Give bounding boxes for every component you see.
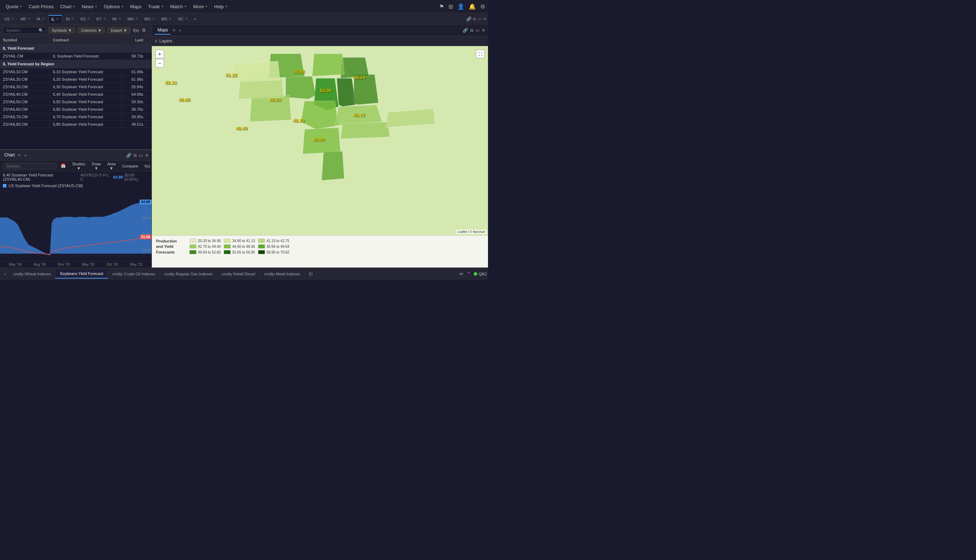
tab-US-close[interactable]: ✕ xyxy=(11,17,14,21)
link-icon[interactable]: 🔗 xyxy=(466,17,472,22)
tab-IN[interactable]: IN ✕ xyxy=(63,15,77,22)
chart-popout-icon[interactable]: ⧉ xyxy=(133,153,137,158)
columns-button[interactable]: Columns ▼ xyxy=(78,27,105,33)
minimize-icon[interactable]: ▭ xyxy=(478,17,482,22)
chart-close-button[interactable]: ✕ xyxy=(18,153,21,158)
table-row[interactable]: ZSYAIL80.CM IL80 Soybean Yield Forecast … xyxy=(0,121,152,128)
maps-panel: Maps ✕ + 🔗 ⧉ ▭ ✕ ≡ Layers xyxy=(152,25,488,268)
nav-quote[interactable]: Quote ▼ xyxy=(3,2,25,11)
export-button[interactable]: Export ▼ xyxy=(108,27,130,33)
chart-studies-button[interactable]: Studies ▼ xyxy=(70,161,88,171)
bottom-tab-el[interactable]: El xyxy=(305,270,317,278)
table-row[interactable]: ZSYAIL70.CM IL70 Soybean Yield Forecast … xyxy=(0,113,152,121)
tab-KS-close[interactable]: ✕ xyxy=(87,17,90,21)
nav-more[interactable]: More ▼ xyxy=(190,2,211,11)
chart-add-button[interactable]: + xyxy=(24,152,27,158)
table-row[interactable]: ZSYAIL20.CM IL20 Soybean Yield Forecast … xyxy=(0,76,152,83)
chart-fx-button[interactable]: f(x) xyxy=(143,163,153,169)
tab-KY[interactable]: KY ✕ xyxy=(93,15,109,22)
fullscreen-button[interactable]: ⛶ xyxy=(476,50,484,58)
zoom-out-button[interactable]: − xyxy=(155,59,164,68)
tab-MN-close[interactable]: ✕ xyxy=(135,17,138,21)
tab-IL[interactable]: IL ✕ xyxy=(48,15,62,23)
nav-news[interactable]: News ▼ xyxy=(79,2,100,11)
tab-MS-close[interactable]: ✕ xyxy=(169,17,172,21)
tab-MS[interactable]: MS ✕ xyxy=(158,15,175,22)
chart-calendar-button[interactable]: 📅 xyxy=(58,163,68,169)
table-row[interactable]: ZSYAIL60.CM IL60 Soybean Yield Forecast … xyxy=(0,106,152,113)
tab-MO[interactable]: MO ✕ xyxy=(142,15,158,22)
tab-MO-close[interactable]: ✕ xyxy=(152,17,155,21)
symbols-button[interactable]: Symbols ▼ xyxy=(48,27,75,33)
maps-tab[interactable]: Maps xyxy=(155,26,171,35)
tab-add-button[interactable]: + xyxy=(192,15,199,22)
bottom-tab-soybeans[interactable]: Soybeans Yield Forecast xyxy=(55,269,108,278)
legend-item-9: 56.95 to 70.62 xyxy=(258,250,289,254)
chart-draw-button[interactable]: Draw ▼ xyxy=(90,161,103,171)
nav-help[interactable]: Help ▼ xyxy=(211,2,230,11)
flag-icon[interactable]: ⚑ xyxy=(439,3,444,10)
tab-US[interactable]: US ✕ xyxy=(2,15,17,22)
nav-cash-prices[interactable]: Cash Prices xyxy=(26,2,57,11)
bottom-tab-gas[interactable]: cmdty Regular Gas Indexes xyxy=(160,270,218,278)
table-row[interactable]: ZSYAIL50.CM IL50 Soybean Yield Forecast … xyxy=(0,98,152,106)
popout-icon[interactable]: ⧉ xyxy=(473,17,476,22)
map-area[interactable]: 62.31 51.22 46.98 48.24 50.00 46.06 40.2… xyxy=(152,46,488,235)
maps-link-icon[interactable]: 🔗 xyxy=(463,28,468,33)
zoom-in-button[interactable]: + xyxy=(155,50,164,58)
close-window-icon[interactable]: ✕ xyxy=(483,17,487,22)
table-row[interactable]: ZSYAIL40.CM IL40 Soybean Yield Forecast … xyxy=(0,91,152,98)
maps-add-tab[interactable]: + xyxy=(179,28,182,33)
tab-IA[interactable]: IA ✕ xyxy=(34,15,48,22)
bottom-tab-crude[interactable]: cmdty Crude Oil Indexes xyxy=(108,270,160,278)
settings-icon[interactable]: ⚙ xyxy=(480,3,485,10)
nav-maps[interactable]: Maps xyxy=(127,2,144,11)
bottom-edit-icon[interactable]: ✏ xyxy=(459,271,464,277)
tab-AR-close[interactable]: ✕ xyxy=(28,17,30,21)
svg-marker-6 xyxy=(0,202,152,256)
maps-popout-icon[interactable]: ⧉ xyxy=(470,28,473,33)
chart-area-button[interactable]: Area ▼ xyxy=(105,161,118,171)
nav-trade[interactable]: Trade ▼ xyxy=(145,2,167,11)
bottom-tab-prev[interactable]: ‹ xyxy=(2,269,9,279)
table-row[interactable]: ZSYAIL30.CM IL30 Soybean Yield Forecast … xyxy=(0,83,152,91)
maps-tab-close[interactable]: ✕ xyxy=(172,28,176,33)
nav-chart-arrow: ▼ xyxy=(73,5,75,8)
nav-options[interactable]: Options ▼ xyxy=(101,2,127,11)
toolbar-gear-icon[interactable]: ⚙ xyxy=(142,28,146,33)
bottom-expand-icon[interactable]: ⌃ xyxy=(467,271,471,277)
maps-tab-icons: 🔗 ⧉ ▭ ✕ xyxy=(463,28,485,33)
bottom-tab-metal[interactable]: cmdty Metal Indexes xyxy=(260,270,305,278)
fx-button[interactable]: f(x) xyxy=(133,28,139,32)
tab-IN-close[interactable]: ✕ xyxy=(71,17,74,21)
tab-KS[interactable]: KS ✕ xyxy=(78,15,93,22)
user-icon[interactable]: 👤 xyxy=(457,3,464,10)
tab-KY-close[interactable]: ✕ xyxy=(103,17,106,21)
maps-close-icon[interactable]: ✕ xyxy=(482,28,485,33)
grid-icon[interactable]: ⊞ xyxy=(448,3,453,10)
nav-chart[interactable]: Chart ▼ xyxy=(57,2,78,11)
tab-MI[interactable]: MI ✕ xyxy=(110,15,124,22)
chart-minimize-icon[interactable]: ▭ xyxy=(139,153,143,158)
nav-match[interactable]: Match ▼ xyxy=(168,2,190,11)
chart-symbol-input[interactable] xyxy=(3,163,57,169)
fullscreen-icon[interactable]: ⛶ xyxy=(476,50,484,58)
svg-marker-21 xyxy=(312,53,344,77)
legend-swatch-2 xyxy=(224,238,231,243)
tab-MI-close[interactable]: ✕ xyxy=(118,17,121,21)
chart-link-icon[interactable]: 🔗 xyxy=(126,153,132,158)
chart-compare-button[interactable]: Compare xyxy=(120,163,140,169)
tab-MN[interactable]: MN ✕ xyxy=(125,15,141,22)
tab-NC[interactable]: NC ✕ xyxy=(175,15,191,22)
bottom-tab-wheat[interactable]: cmdty Wheat Indexes xyxy=(9,270,56,278)
maps-minimize-icon[interactable]: ▭ xyxy=(475,28,479,33)
chart-window-close-icon[interactable]: ✕ xyxy=(145,153,148,158)
bottom-tab-diesel[interactable]: cmdty Retail Diesel xyxy=(217,270,260,278)
tab-IA-close[interactable]: ✕ xyxy=(42,17,45,21)
tab-IL-close[interactable]: ✕ xyxy=(56,17,59,21)
table-row[interactable]: ZSYAIL.CM IL Soybean Yield Forecast 58.7… xyxy=(0,52,152,60)
bell-icon[interactable]: 🔔 xyxy=(469,3,476,10)
tab-NC-close[interactable]: ✕ xyxy=(185,17,188,21)
table-row[interactable]: ZSYAIL10.CM IL10 Soybean Yield Forecast … xyxy=(0,68,152,76)
tab-AR[interactable]: AR ✕ xyxy=(18,15,33,22)
